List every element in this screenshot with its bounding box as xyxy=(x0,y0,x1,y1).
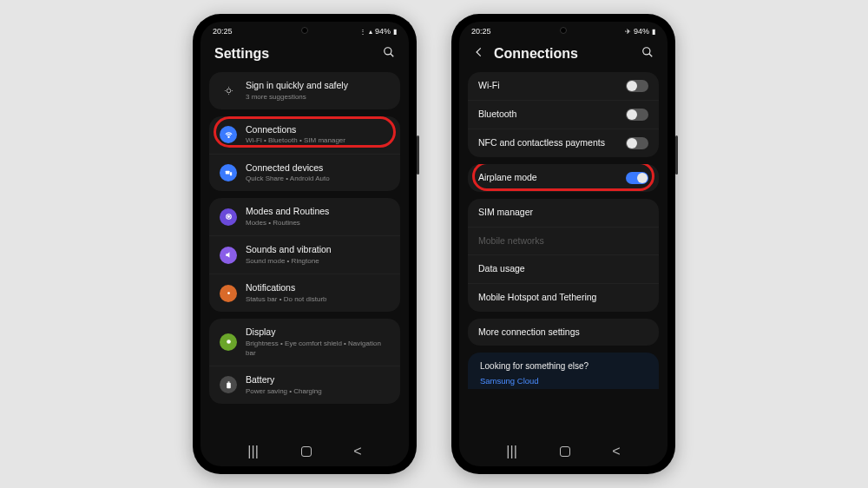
search-button[interactable] xyxy=(383,46,395,62)
row-mobile-networks: Mobile networks xyxy=(468,227,659,255)
svg-point-0 xyxy=(385,48,391,55)
nav-back[interactable]: < xyxy=(612,444,620,459)
row-label: Battery xyxy=(246,374,390,386)
page-title: Connections xyxy=(494,46,633,62)
row-label: Data usage xyxy=(478,263,648,275)
conn-group: Wi-Fi Bluetooth NFC and contactless paym… xyxy=(468,72,659,157)
footer-prompt: Looking for something else? Samsung Clou… xyxy=(468,353,659,389)
row-connections[interactable]: Connections Wi-Fi • Bluetooth • SIM mana… xyxy=(209,116,400,154)
camera-hole xyxy=(560,27,567,34)
signin-title: Sign in quickly and safely xyxy=(246,80,390,92)
row-label: Bluetooth xyxy=(478,109,617,121)
row-sub: Brightness • Eye comfort shield • Naviga… xyxy=(246,339,390,358)
row-label: Mobile Hotspot and Tethering xyxy=(478,292,648,304)
power-button xyxy=(675,135,678,175)
modes-icon xyxy=(220,208,237,226)
row-sub: Sound mode • Ringtone xyxy=(246,256,390,266)
settings-group: Connections Wi-Fi • Bluetooth • SIM mana… xyxy=(209,116,400,192)
row-label: Modes and Routines xyxy=(246,206,390,218)
row-label: Display xyxy=(246,326,390,339)
notification-icon xyxy=(220,285,237,302)
nav-back[interactable]: < xyxy=(353,444,361,459)
row-sub: Quick Share • Android Auto xyxy=(246,174,390,183)
row-battery[interactable]: Battery Power saving • Charging xyxy=(209,366,400,404)
row-sub: Status bar • Do not disturb xyxy=(246,294,390,304)
devices-icon xyxy=(220,164,237,181)
toggle-nfc[interactable] xyxy=(626,137,648,149)
row-label: Sounds and vibration xyxy=(246,244,390,256)
row-label: Mobile networks xyxy=(478,235,648,247)
row-wifi[interactable]: Wi-Fi xyxy=(468,72,659,100)
footer-link[interactable]: Samsung Cloud xyxy=(480,376,647,386)
camera-hole xyxy=(301,27,308,34)
row-data-usage[interactable]: Data usage xyxy=(468,254,659,283)
conn-group: SIM manager Mobile networks Data usage M… xyxy=(468,199,659,312)
svg-point-7 xyxy=(227,136,228,137)
nav-recents[interactable]: ||| xyxy=(506,444,516,459)
clock: 20:25 xyxy=(213,27,233,36)
row-sim-manager[interactable]: SIM manager xyxy=(468,199,659,227)
svg-point-12 xyxy=(227,292,230,294)
row-label: Connected devices xyxy=(246,162,390,175)
nav-recents[interactable]: ||| xyxy=(247,444,258,459)
row-more-conn[interactable]: More connection settings xyxy=(468,319,659,346)
phone-settings: 20:25 ⋮ ▴ 94% ▮ Settings Sign i xyxy=(193,14,417,474)
toggle-bluetooth[interactable] xyxy=(626,109,648,121)
row-label: NFC and contactless payments xyxy=(478,137,617,149)
nav-home[interactable] xyxy=(301,446,312,457)
wifi-icon: ⋮ xyxy=(359,28,366,36)
nav-home[interactable] xyxy=(560,446,570,457)
page-header: Connections xyxy=(459,37,667,72)
battery-pct: 94% xyxy=(375,27,391,36)
battery-pct: 94% xyxy=(634,27,649,36)
conn-group: Airplane mode xyxy=(468,164,659,192)
row-label: Connections xyxy=(246,124,390,136)
row-nfc[interactable]: NFC and contactless payments xyxy=(468,129,659,157)
row-airplane[interactable]: Airplane mode xyxy=(468,164,659,192)
row-notifications[interactable]: Notifications Status bar • Do not distur… xyxy=(209,274,400,312)
row-modes-routines[interactable]: Modes and Routines Modes • Routines xyxy=(209,198,400,235)
signin-sub: 3 more suggestions xyxy=(246,92,390,102)
row-bluetooth[interactable]: Bluetooth xyxy=(468,100,659,129)
display-icon xyxy=(220,333,237,351)
battery-icon: ▮ xyxy=(652,28,655,36)
row-label: Airplane mode xyxy=(478,172,617,184)
nav-bar: ||| < xyxy=(201,437,409,466)
svg-point-11 xyxy=(227,216,229,218)
row-label: Wi-Fi xyxy=(478,80,617,92)
wifi-icon xyxy=(220,126,237,143)
row-display[interactable]: Display Brightness • Eye comfort shield … xyxy=(209,319,400,366)
signin-card[interactable]: Sign in quickly and safely 3 more sugges… xyxy=(209,72,400,109)
row-sounds-vibration[interactable]: Sounds and vibration Sound mode • Ringto… xyxy=(209,235,400,274)
conn-group: More connection settings xyxy=(468,319,659,346)
row-hotspot[interactable]: Mobile Hotspot and Tethering xyxy=(468,283,659,312)
row-label: Notifications xyxy=(246,282,390,294)
svg-rect-9 xyxy=(229,172,231,175)
page-header: Settings xyxy=(201,37,409,72)
nav-bar: ||| < xyxy=(459,437,667,466)
row-sub: Power saving • Charging xyxy=(246,386,390,396)
toggle-wifi[interactable] xyxy=(626,80,648,92)
search-button[interactable] xyxy=(641,46,654,62)
row-sub: Wi-Fi • Bluetooth • SIM manager xyxy=(246,135,390,145)
svg-line-17 xyxy=(649,54,653,57)
back-button[interactable] xyxy=(473,46,485,62)
row-connected-devices[interactable]: Connected devices Quick Share • Android … xyxy=(209,154,400,192)
settings-group: Modes and Routines Modes • Routines Soun… xyxy=(209,198,400,311)
sound-icon xyxy=(220,247,237,264)
power-button xyxy=(417,135,419,175)
svg-point-16 xyxy=(643,48,650,55)
settings-group: Display Brightness • Eye comfort shield … xyxy=(209,319,400,404)
row-sub: Modes • Routines xyxy=(246,218,390,228)
toggle-airplane[interactable] xyxy=(626,172,648,184)
row-label: More connection settings xyxy=(478,326,648,339)
battery-icon xyxy=(220,376,237,393)
clock: 20:25 xyxy=(471,27,491,36)
svg-rect-15 xyxy=(227,381,229,382)
svg-rect-8 xyxy=(225,170,229,174)
tip-icon xyxy=(220,82,237,99)
svg-point-13 xyxy=(227,340,231,345)
svg-line-1 xyxy=(391,54,394,57)
footer-question: Looking for something else? xyxy=(480,361,647,371)
airplane-icon: ✈ xyxy=(625,28,631,36)
